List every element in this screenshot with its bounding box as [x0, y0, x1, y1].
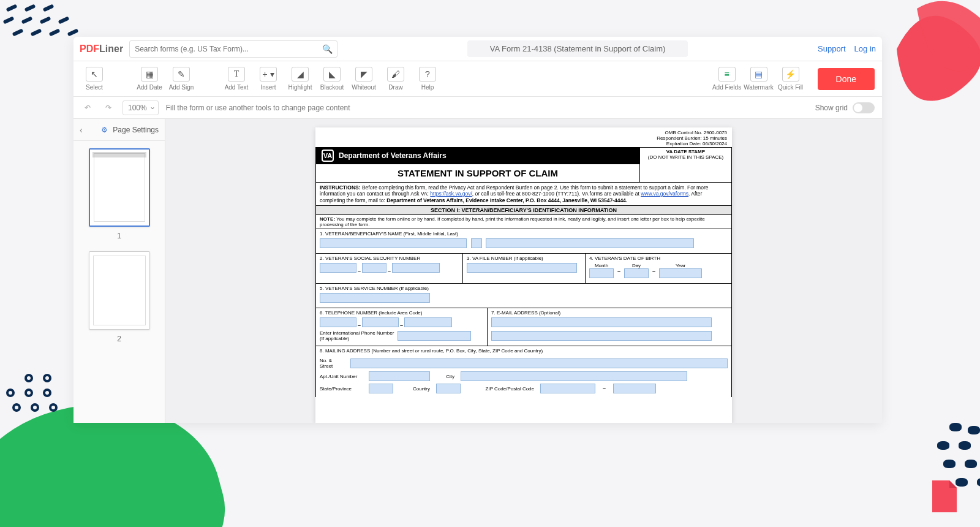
omb-burden: Respondent Burden: 15 minutes — [320, 135, 727, 141]
support-link[interactable]: Support — [818, 44, 846, 53]
thumbnail-1[interactable] — [89, 148, 150, 227]
addr-zip-label: ZIP Code/Postal Code — [467, 386, 534, 392]
dept-banner: VA Department of Veterans Affairs — [315, 147, 640, 164]
instr-link2[interactable]: www.va.gov/vaforms — [641, 191, 688, 197]
addr-country[interactable] — [436, 384, 461, 393]
thumbnail-1-number: 1 — [117, 232, 121, 240]
email-1[interactable] — [491, 317, 712, 327]
back-icon[interactable]: ‹ — [80, 125, 83, 135]
section-note: NOTE: You may complete the form online o… — [315, 215, 732, 229]
ssn-3[interactable] — [392, 263, 440, 273]
logo-liner: Liner — [99, 44, 123, 55]
whiteout-button[interactable]: ◤Whiteout — [350, 66, 377, 93]
va-file[interactable] — [467, 263, 577, 273]
undo-button[interactable]: ↶ — [81, 101, 94, 115]
note-text: You may complete the form online or by h… — [320, 216, 705, 227]
cursor-icon: ↖ — [86, 67, 103, 82]
addr-city[interactable] — [461, 371, 687, 381]
date-stamp-cell: VA DATE STAMP (DO NOT WRITE IN THIS SPAC… — [640, 147, 732, 183]
highlight-button[interactable]: ◢Highlight — [287, 66, 314, 93]
field-mi[interactable] — [471, 238, 482, 248]
field-2-label: 2. VETERAN'S SOCIAL SECURITY NUMBER — [320, 256, 459, 261]
dob-y[interactable] — [659, 268, 702, 278]
logo[interactable]: PDFLiner — [80, 44, 123, 55]
text-icon: T — [228, 67, 245, 82]
page-1[interactable]: OMB Control No. 2900-0075 Respondent Bur… — [315, 127, 732, 423]
zoom-select[interactable]: 100% — [123, 100, 159, 115]
addr-city-label: City — [436, 374, 454, 379]
field-6-label: 6. TELEPHONE NUMBER (Include Area Code) — [320, 310, 483, 316]
omb-exp: Expiration Date: 06/30/2024 — [320, 141, 727, 146]
va-logo-icon: VA — [322, 150, 334, 162]
search-input[interactable] — [129, 40, 337, 58]
service-num[interactable] — [320, 293, 430, 303]
addr-apt-label: Apt./Unit Number — [320, 374, 363, 379]
addr-zip2[interactable] — [613, 384, 656, 393]
done-button[interactable]: Done — [818, 68, 875, 90]
add-date-button[interactable]: ▦Add Date — [136, 66, 163, 93]
tel-3[interactable] — [404, 317, 452, 327]
addr-street[interactable] — [350, 358, 728, 368]
instr-t2: , or call us toll-free at 800-827-1000 (… — [472, 191, 641, 197]
add-text-button[interactable]: TAdd Text — [223, 66, 250, 93]
email-2[interactable] — [491, 331, 712, 341]
instr-link1[interactable]: https://ask.va.gov/ — [430, 191, 472, 197]
ssn-1[interactable] — [320, 263, 356, 273]
field-3-label: 3. VA FILE NUMBER (If applicable) — [467, 256, 581, 261]
field-last[interactable] — [486, 238, 694, 248]
omb-control: OMB Control No. 2900-0075 — [320, 130, 727, 135]
field-8-label: 8. MAILING ADDRESS (Number and street or… — [320, 348, 728, 354]
instr-label: INSTRUCTIONS: — [320, 184, 361, 191]
field-first[interactable] — [320, 238, 467, 248]
addr-zip1[interactable] — [540, 384, 595, 393]
draw-button[interactable]: 🖌Draw — [382, 66, 409, 93]
insert-button[interactable]: + ▾Insert — [255, 66, 282, 93]
watermark-button[interactable]: ▤Watermark — [745, 66, 772, 93]
field-6c-label: (If applicable) — [320, 336, 394, 341]
dob-d[interactable] — [624, 268, 649, 278]
quick-fill-button[interactable]: ⚡Quick Fill — [777, 66, 804, 93]
blackout-icon: ◣ — [323, 67, 341, 82]
field-7-label: 7. E-MAIL ADDRESS (Optional) — [491, 310, 728, 316]
tel-2[interactable] — [362, 317, 399, 327]
decoration-bottom-left-dots — [0, 374, 86, 435]
thumbnail-list: 1 2 — [74, 141, 165, 423]
show-grid-toggle[interactable] — [853, 102, 875, 113]
signature-icon: ✎ — [173, 67, 190, 82]
blackout-button[interactable]: ◣Blackout — [318, 66, 345, 93]
addr-apt[interactable] — [369, 371, 430, 381]
login-link[interactable]: Log in — [854, 44, 876, 53]
sidebar-header: ‹ ⚙ Page Settings — [74, 119, 165, 141]
add-fields-button[interactable]: ≡Add Fields — [714, 66, 741, 93]
brush-icon: 🖌 — [387, 67, 404, 82]
tel-1[interactable] — [320, 317, 356, 327]
stamp-title: VA DATE STAMP — [641, 149, 730, 154]
addr-state[interactable] — [369, 384, 393, 393]
logo-pdf: PDF — [80, 44, 99, 55]
instructions: INSTRUCTIONS: Before completing this for… — [315, 183, 732, 207]
ssn-2[interactable] — [362, 263, 386, 273]
dob-y-label: Year — [659, 263, 702, 268]
redo-button[interactable]: ↷ — [102, 101, 115, 115]
page-settings-label[interactable]: Page Settings — [113, 126, 159, 134]
field-5-label: 5. VETERAN'S SERVICE NUMBER (If applicab… — [320, 286, 728, 291]
help-button[interactable]: ?Help — [414, 66, 441, 93]
form-grid: 1. VETERAN/BENEFICIARY'S NAME (First, Mi… — [315, 229, 732, 397]
select-button[interactable]: ↖Select — [81, 66, 108, 93]
header-bar: PDFLiner 🔍 VA Form 21-4138 (Statement in… — [74, 37, 882, 61]
search-icon[interactable]: 🔍 — [322, 44, 333, 54]
form-title: STATEMENT IN SUPPORT OF CLAIM — [315, 164, 640, 183]
hint-text: Fill the form or use another tools to ch… — [166, 104, 350, 112]
thumbnail-2[interactable] — [89, 251, 150, 330]
pdf-badge-icon — [925, 478, 962, 515]
highlighter-icon: ◢ — [292, 67, 309, 82]
omb-block: OMB Control No. 2900-0075 Respondent Bur… — [315, 127, 732, 147]
dept-name: Department of Veterans Affairs — [339, 151, 447, 160]
dob-m[interactable] — [589, 268, 614, 278]
intl-phone[interactable] — [398, 331, 471, 341]
canvas[interactable]: OMB Control No. 2900-0075 Respondent Bur… — [165, 119, 882, 423]
addr-state-label: State/Province — [320, 386, 363, 392]
addr-country-label: Country — [399, 386, 430, 392]
add-sign-button[interactable]: ✎Add Sign — [168, 66, 195, 93]
bolt-icon: ⚡ — [782, 67, 799, 82]
